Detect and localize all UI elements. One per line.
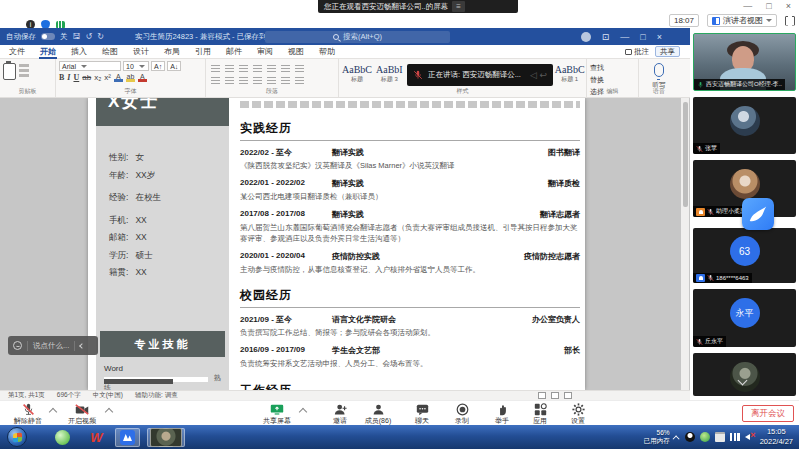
font-color-red-button[interactable]: A <box>138 73 147 82</box>
participant-tile-partial[interactable] <box>693 353 796 396</box>
scrollbar-thumb[interactable] <box>683 102 688 207</box>
web-layout-icon[interactable] <box>564 392 572 399</box>
document-scrollbar[interactable] <box>681 98 689 390</box>
taskbar-camera-window-button[interactable] <box>147 428 185 447</box>
word-maximize-icon[interactable]: □ <box>640 32 645 42</box>
autosave-toggle[interactable] <box>41 33 55 40</box>
participant-tile[interactable]: 永平 丘永平 <box>693 289 796 347</box>
members-button[interactable]: 成员(86) <box>356 403 400 426</box>
cut-copy-format-buttons[interactable] <box>19 61 29 80</box>
clipboard-tray-icon[interactable] <box>715 432 725 442</box>
participant-tile-active[interactable]: 西安迈畅翻译公司O经理-李.. <box>693 33 796 91</box>
shrink-font-button[interactable]: A↓ <box>167 61 181 71</box>
tab-file[interactable]: 文件 <box>8 44 26 59</box>
subscript-button[interactable]: x₂ <box>94 73 101 82</box>
ribbon-display-icon[interactable]: ⊡ <box>602 32 610 42</box>
style-card[interactable]: AaBbI 标题 3 <box>376 64 403 84</box>
tab-mailings[interactable]: 邮件 <box>225 44 243 59</box>
taskbar-wps-button[interactable]: W <box>84 428 109 447</box>
word-close-icon[interactable]: × <box>657 32 662 42</box>
superscript-button[interactable]: x² <box>104 73 111 82</box>
dictate-button[interactable]: 听写 <box>642 63 676 90</box>
style-card[interactable]: AaBbC 标题 <box>342 64 372 84</box>
emoji-icon[interactable] <box>13 341 22 350</box>
paste-button[interactable] <box>3 61 16 80</box>
floating-app-icon[interactable] <box>742 198 774 230</box>
read-mode-icon[interactable] <box>538 392 546 399</box>
tab-review[interactable]: 审阅 <box>256 44 274 59</box>
document-page[interactable]: X女士 性别:女 年龄:XX岁 经验:在校生 手机:XX 邮箱:XX 学历:硕士… <box>88 98 585 390</box>
comments-button[interactable]: 批注 <box>625 47 649 57</box>
network-tray-icon[interactable] <box>730 433 740 441</box>
font-size-combo[interactable]: 10 <box>123 61 149 71</box>
word-count[interactable]: 696个字 <box>57 391 81 400</box>
chat-button[interactable]: 聊天 <box>400 403 444 426</box>
word-search-box[interactable]: 搜索(Alt+Q) <box>265 31 450 43</box>
italic-button[interactable]: I <box>67 73 70 82</box>
share-options-chevron[interactable] <box>299 408 307 416</box>
font-color-button[interactable]: A <box>114 73 123 82</box>
chat-input-placeholder[interactable]: 说点什么... <box>33 341 69 351</box>
tab-help[interactable]: 帮助 <box>318 44 336 59</box>
account-avatar[interactable] <box>581 32 591 42</box>
tab-view[interactable]: 视图 <box>287 44 305 59</box>
video-options-chevron[interactable] <box>105 408 113 416</box>
language-indicator[interactable]: 中文(中国) <box>93 391 123 400</box>
grow-font-button[interactable]: A↑ <box>151 61 165 71</box>
taskbar-browser-button[interactable] <box>50 428 75 447</box>
share-screen-button[interactable]: 共享屏幕 <box>255 403 299 426</box>
accessibility-indicator[interactable]: 辅助功能: 调查 <box>135 391 178 400</box>
tab-home[interactable]: 开始 <box>39 44 57 59</box>
share-button[interactable]: 共享 <box>655 46 680 57</box>
leave-meeting-button[interactable]: 离开会议 <box>742 405 794 422</box>
font-name-combo[interactable]: Arial <box>59 61 121 71</box>
view-mode-buttons[interactable] <box>538 392 572 399</box>
banner-menu-icon[interactable]: ≡ <box>452 1 465 12</box>
section-title: 实践经历 <box>240 120 580 141</box>
chevron-down-icon <box>766 19 772 22</box>
bold-button[interactable]: B <box>59 73 64 82</box>
qq-icon[interactable] <box>685 432 695 442</box>
tab-insert[interactable]: 插入 <box>70 44 88 59</box>
underline-button[interactable]: U <box>73 73 79 82</box>
paragraph-buttons[interactable] <box>209 61 335 86</box>
view-mode-button[interactable]: 演讲者视图 <box>707 14 777 27</box>
settings-button[interactable]: 设置 <box>556 403 600 426</box>
redo-icon[interactable]: ↻ <box>97 32 104 41</box>
quick-chat-widget[interactable]: 说点什么... <box>8 336 98 355</box>
tab-layout[interactable]: 布局 <box>163 44 181 59</box>
taskbar-meeting-button[interactable] <box>115 428 140 447</box>
start-button[interactable] <box>7 427 27 447</box>
word-ribbon-tabs: 文件 开始 插入 绘图 设计 布局 引用 邮件 审阅 视图 帮助 批注 共享 <box>0 45 690 59</box>
tab-references[interactable]: 引用 <box>194 44 212 59</box>
word-minimize-icon[interactable]: — <box>620 32 629 42</box>
close-icon[interactable]: × <box>786 1 791 11</box>
print-layout-icon[interactable] <box>551 392 559 399</box>
unmute-button[interactable]: 解除静音 <box>6 403 50 426</box>
mic-options-chevron[interactable] <box>49 408 57 416</box>
volume-muted-icon[interactable] <box>745 432 755 442</box>
tray-expand-icon[interactable] <box>672 435 679 442</box>
word-document-canvas[interactable]: X女士 性别:女 年龄:XX岁 经验:在校生 手机:XX 邮箱:XX 学历:硕士… <box>0 98 690 390</box>
toast-controls[interactable]: ◁ ↩ <box>530 70 547 80</box>
taskbar-clock[interactable]: 15:05 2022/4/27 <box>760 427 797 447</box>
maximize-icon[interactable]: □ <box>766 1 771 11</box>
page-indicator[interactable]: 第1页, 共1页 <box>8 391 45 400</box>
strikethrough-button[interactable]: ab <box>82 73 91 82</box>
minimize-icon[interactable]: — <box>743 1 752 11</box>
record-button[interactable]: 录制 <box>440 403 484 426</box>
tab-design[interactable]: 设计 <box>132 44 150 59</box>
style-card[interactable]: AaBbC 标题 1 <box>555 64 585 84</box>
start-video-button[interactable]: 开启视频 <box>60 403 104 426</box>
collapse-icon[interactable] <box>79 343 85 349</box>
highlight-button[interactable]: ab <box>126 73 135 82</box>
fullscreen-icon[interactable] <box>785 16 795 26</box>
antivirus-icon[interactable] <box>700 432 710 442</box>
save-icon[interactable]: 🖫 <box>73 32 81 41</box>
participant-tile[interactable]: 63 186****6463 <box>693 228 796 283</box>
replace-button[interactable]: 替换 <box>590 75 635 85</box>
find-button[interactable]: 查找 <box>590 63 635 73</box>
tab-draw[interactable]: 绘图 <box>101 44 119 59</box>
undo-icon[interactable]: ↺ <box>86 32 93 41</box>
participant-tile[interactable]: 张苹 <box>693 97 796 154</box>
